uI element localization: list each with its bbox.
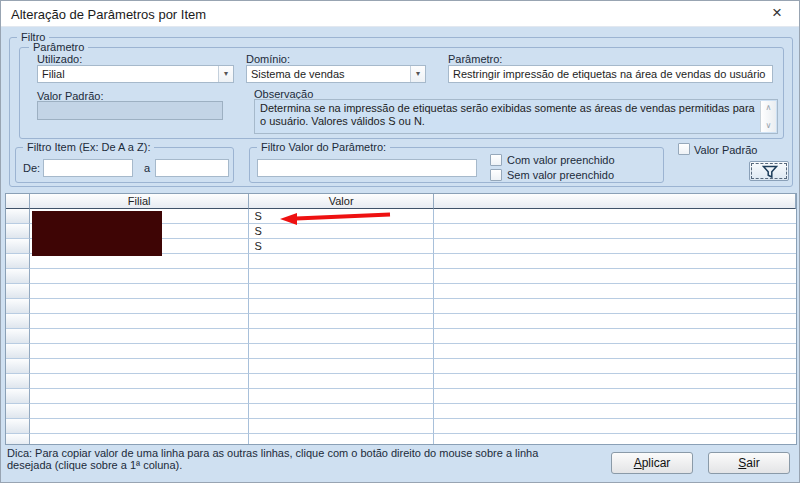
table-row[interactable] (6, 434, 796, 445)
table-cell (30, 329, 249, 344)
chevron-down-icon[interactable]: ▾ (218, 66, 233, 82)
row-selector-cell[interactable] (6, 224, 30, 239)
row-selector-cell[interactable] (6, 404, 30, 419)
table-cell (434, 419, 796, 434)
table-row[interactable] (6, 374, 796, 389)
com-valor-label: Com valor preenchido (507, 154, 615, 166)
table-cell (30, 359, 249, 374)
observacao-text: Determina se na impressão de etiquetas s… (260, 102, 755, 128)
table-row[interactable] (6, 269, 796, 284)
table-row[interactable] (6, 359, 796, 374)
utilizado-label: Utilizado: (37, 53, 82, 65)
table-row[interactable] (6, 284, 796, 299)
sair-button[interactable]: Sair (708, 452, 790, 474)
filter-apply-button[interactable] (749, 161, 789, 181)
title-bar: Alteração de Parâmetros por Item × (1, 1, 799, 27)
header-extra (434, 194, 796, 209)
table-cell (249, 254, 434, 269)
aplicar-button[interactable]: Aplicar (611, 452, 693, 474)
table-row[interactable] (6, 299, 796, 314)
table-row[interactable] (6, 404, 796, 419)
table-row[interactable] (6, 329, 796, 344)
table-cell (434, 434, 796, 445)
utilizado-combobox[interactable]: Filial ▾ (37, 65, 234, 83)
row-selector-cell[interactable] (6, 374, 30, 389)
row-selector-cell[interactable] (6, 209, 30, 224)
parameters-table: Filial Valor SSS (5, 193, 797, 445)
sem-valor-checkbox[interactable] (490, 169, 502, 181)
header-filial: Filial (30, 194, 249, 209)
row-selector-cell[interactable] (6, 239, 30, 254)
valor-padrao-input (37, 101, 223, 120)
de-label: De: (23, 162, 40, 174)
valor-padrao-checkbox[interactable] (678, 143, 690, 155)
table-cell (249, 314, 434, 329)
row-selector-cell[interactable] (6, 344, 30, 359)
row-selector-cell[interactable] (6, 284, 30, 299)
table-cell (434, 404, 796, 419)
table-row[interactable] (6, 344, 796, 359)
scroll-down-icon[interactable]: ∨ (761, 121, 776, 130)
table-cell (30, 389, 249, 404)
filtro-item-group-label: Filtro Item (Ex: De A a Z): (23, 141, 154, 153)
filtro-valor-input[interactable] (257, 159, 477, 177)
row-selector-cell[interactable] (6, 389, 30, 404)
dialog-alteracao-parametros: Alteração de Parâmetros por Item × Filtr… (0, 0, 800, 483)
table-cell (249, 359, 434, 374)
parametro-input[interactable]: Restringir impressão de etiquetas na áre… (448, 65, 773, 83)
table-cell (30, 374, 249, 389)
row-selector-cell[interactable] (6, 359, 30, 374)
table-cell (249, 329, 434, 344)
table-cell (434, 254, 796, 269)
chevron-down-icon[interactable]: ▾ (410, 66, 425, 82)
com-valor-checkbox[interactable] (490, 154, 502, 166)
table-cell (434, 329, 796, 344)
table-cell (30, 404, 249, 419)
table-cell (434, 239, 796, 254)
table-cell (30, 299, 249, 314)
scroll-up-icon[interactable]: ∧ (761, 103, 776, 112)
table-row[interactable] (6, 254, 796, 269)
hint-text-line1: Dica: Para copiar valor de uma linha par… (7, 447, 538, 459)
table-cell (249, 404, 434, 419)
parametro-label: Parâmetro: (448, 53, 502, 65)
row-selector-cell[interactable] (6, 314, 30, 329)
sem-valor-label: Sem valor preenchido (507, 169, 614, 181)
table-cell (434, 269, 796, 284)
row-selector-cell[interactable] (6, 329, 30, 344)
table-cell (249, 419, 434, 434)
table-cell (434, 359, 796, 374)
table-row[interactable] (6, 419, 796, 434)
close-icon[interactable]: × (767, 3, 787, 23)
table-cell (434, 389, 796, 404)
table-cell (249, 389, 434, 404)
filtro-item-a-input[interactable] (155, 159, 229, 177)
row-selector-cell[interactable] (6, 269, 30, 284)
dominio-value: Sistema de vendas (251, 68, 345, 80)
filtro-item-de-input[interactable] (43, 159, 133, 177)
table-cell (434, 284, 796, 299)
table-row[interactable] (6, 314, 796, 329)
table-row[interactable] (6, 389, 796, 404)
table-cell (30, 284, 249, 299)
table-cell: S (249, 239, 434, 254)
table-cell (434, 299, 796, 314)
dialog-title: Alteração de Parâmetros por Item (11, 7, 206, 22)
valor-padrao-checkbox-label: Valor Padrão (694, 144, 757, 156)
row-selector-cell[interactable] (6, 254, 30, 269)
row-selector-cell[interactable] (6, 299, 30, 314)
table-cell: S (249, 209, 434, 224)
observacao-textarea[interactable]: Determina se na impressão de etiquetas s… (254, 99, 778, 134)
dominio-combobox[interactable]: Sistema de vendas ▾ (246, 65, 426, 83)
table-cell (249, 344, 434, 359)
table-cell (30, 254, 249, 269)
row-selector-cell[interactable] (6, 434, 30, 445)
observacao-scrollbar[interactable]: ∧ ∨ (760, 101, 776, 132)
hint-text-line2: desejada (clique sobre a 1ª coluna). (7, 459, 182, 471)
table-cell (30, 314, 249, 329)
parametro-group-label: Parâmetro (29, 41, 88, 53)
table-header-row: Filial Valor (6, 194, 796, 209)
table-cell (434, 344, 796, 359)
table-cell (434, 224, 796, 239)
row-selector-cell[interactable] (6, 419, 30, 434)
